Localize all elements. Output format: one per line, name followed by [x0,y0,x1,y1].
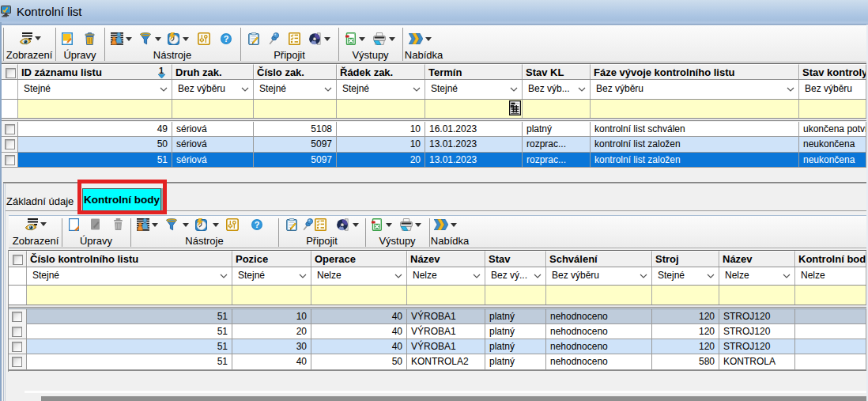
svg-text:?: ? [224,34,229,44]
svg-text:1: 1 [159,66,164,75]
svg-text:?: ? [255,220,260,229]
